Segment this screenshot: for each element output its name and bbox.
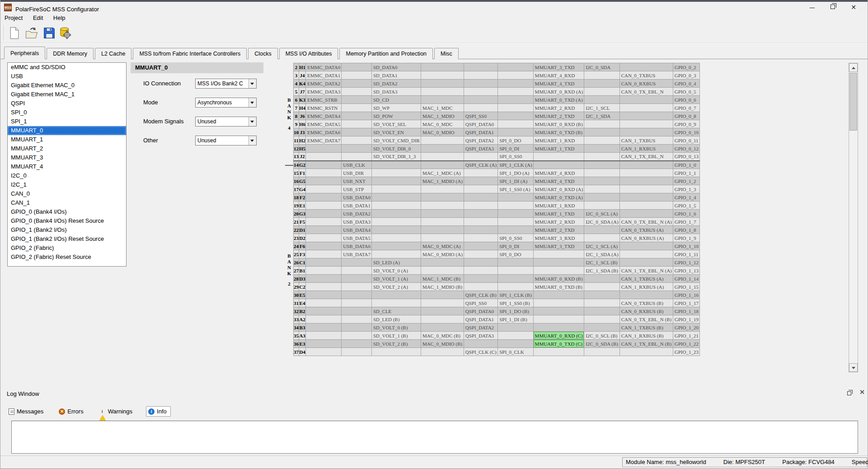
signal-cell-can[interactable]: CAN_0_TXBUS (B) — [619, 299, 673, 307]
log-close-button[interactable]: ✕ — [859, 389, 866, 396]
sidebar-item-gigabit-ethernet-mac-0[interactable]: Gigabit Ethernet MAC_0 — [8, 81, 126, 90]
signal-cell-mmuart[interactable]: MMUART_3_TXD — [533, 242, 584, 250]
signal-cell-gpio[interactable]: GPIO_0_7 — [673, 104, 699, 112]
signal-cell-can[interactable]: CAN_1_RXBUS — [619, 145, 673, 153]
signal-cell-gpio[interactable]: GPIO_1_9 — [673, 234, 699, 242]
signal-cell-gpio[interactable]: GPIO_1_22 — [673, 340, 699, 348]
sidebar-item-gpio-1-bank2-i-os-[interactable]: GPIO_1 (Bank2 I/Os) — [8, 225, 126, 234]
tab-peripherals[interactable]: Peripherals — [4, 47, 45, 59]
signal-cell-gpio[interactable]: GPIO_1_1 — [673, 169, 699, 177]
signal-cell-sd[interactable]: SD_VOLT_1 (B) — [372, 332, 421, 340]
signal-cell-mmuart[interactable]: MMUART_0_RXD (B) — [533, 120, 584, 128]
signal-cell-sd[interactable]: SD_DATA0 — [372, 63, 421, 71]
sidebar-item-gpio-1-bank2-i-os-reset-source[interactable]: GPIO_1 (Bank2 I/Os) Reset Source — [8, 234, 126, 244]
menu-project[interactable]: Project — [0, 13, 27, 23]
signal-cell-can[interactable]: CAN_1_TXBUS — [619, 136, 673, 145]
signal-cell-mmuart[interactable]: MMUART_3_TXD — [533, 63, 584, 71]
signal-cell-sd[interactable]: SD_VOLT_DIR_1_3 — [372, 153, 421, 161]
signal-cell-usb[interactable]: USB_DATA2 — [342, 210, 372, 218]
signal-cell-mac[interactable]: MAC_1_MDIO (B) — [421, 283, 464, 291]
signal-cell-usb[interactable]: USB_DATA5 — [342, 234, 372, 242]
sidebar-item-usb[interactable]: USB — [8, 72, 126, 81]
sidebar-item-i2c-1[interactable]: I2C_1 — [8, 180, 126, 189]
signal-cell-mmuart[interactable]: MMUART_2_TXD — [533, 112, 584, 120]
signal-cell-usb[interactable]: USB_NXT — [342, 177, 372, 185]
signal-cell-usb[interactable]: USB_CLK — [342, 161, 372, 169]
signal-cell-can[interactable]: CAN_1_TXBUS (B) — [619, 324, 673, 332]
signal-cell-sd[interactable]: SD_VOLT_0 (B) — [372, 324, 421, 332]
sidebar-item-gpio-2-fabric-[interactable]: GPIO_2 (Fabric) — [8, 244, 126, 253]
tab-clocks[interactable]: Clocks — [248, 48, 278, 59]
signal-cell-spi[interactable]: SPI_0_DO — [498, 136, 533, 145]
signal-cell-qspi[interactable]: QSPI_SS0 — [464, 299, 497, 307]
signal-cell-gpio[interactable]: GPIO_0_10 — [673, 128, 699, 136]
signal-cell-mac[interactable]: MAC_1_MDC — [421, 104, 464, 112]
signal-cell-can[interactable]: CAN_1_TXBUS (A) — [619, 275, 673, 283]
minimize-button[interactable] — [802, 2, 822, 13]
signal-cell-spi[interactable]: SPI_1_DI (A) — [498, 177, 533, 185]
tab-ddr-memory[interactable]: DDR Memory — [47, 48, 94, 59]
signal-cell-spi[interactable]: SPI_0_DO — [498, 250, 533, 258]
signal-cell-sd[interactable]: SD_VOLT_0 (A) — [372, 267, 421, 275]
table-vertical-scrollbar[interactable] — [849, 63, 858, 372]
signal-cell-emmc[interactable]: EMMC_DATA3 — [306, 88, 342, 96]
signal-cell-gpio[interactable]: GPIO_0_2 — [673, 63, 699, 71]
signal-cell-emmc[interactable]: EMMC_STRB — [306, 96, 342, 104]
signal-cell-gpio[interactable]: GPIO_1_20 — [673, 324, 699, 332]
signal-cell-qspi[interactable]: QSPI_CLK (B) — [464, 291, 497, 299]
signal-cell-mmuart[interactable]: MMUART_4_TXD — [533, 80, 584, 88]
sidebar-item-gpio-0-bank4-i-os-reset-source[interactable]: GPIO_0 (Bank4 I/Os) Reset Source — [8, 216, 126, 225]
signal-cell-gpio[interactable]: GPIO_1_13 — [673, 267, 699, 275]
signal-cell-mmuart[interactable]: MMUART_1_RXD — [533, 136, 584, 145]
signal-cell-can[interactable]: CAN_0_TXBUS (A) — [619, 226, 673, 234]
signal-cell-qspi[interactable]: QSPI_DATA3 — [464, 332, 497, 340]
signal-cell-usb[interactable]: USB_DATA4 — [342, 226, 372, 234]
signal-cell-usb[interactable]: USB_DATA6 — [342, 242, 372, 250]
modem-signals-select[interactable]: Unused — [195, 117, 257, 127]
combo-dropdown-button[interactable] — [249, 136, 256, 145]
signal-cell-can[interactable]: CAN_0_TX_EBL_N — [619, 88, 673, 96]
signal-cell-gpio[interactable]: GPIO_0_11 — [673, 136, 699, 145]
sidebar-item-mmuart-4[interactable]: MMUART_4 — [8, 162, 126, 171]
signal-cell-mmuart[interactable]: MMUART_0_TXD (A) — [533, 96, 584, 104]
signal-cell-qspi[interactable]: QSPI_DATA1 — [464, 315, 497, 324]
signal-cell-mac[interactable]: MAC_1_MDC (B) — [421, 275, 464, 283]
log-output-area[interactable] — [11, 421, 858, 454]
signal-cell-sd[interactable]: SD_VOLT_2 (A) — [372, 283, 421, 291]
signal-cell-mmuart[interactable]: MMUART_1_RXD — [533, 202, 584, 210]
menu-help[interactable]: Help — [49, 13, 70, 23]
signal-cell-sd[interactable]: SD_DATA1 — [372, 71, 421, 80]
signal-cell-gpio[interactable]: GPIO_1_6 — [673, 210, 699, 218]
signal-cell-sd[interactable]: SD_LED (A) — [372, 258, 421, 267]
signal-cell-mac[interactable]: MAC_1_MDIO (A) — [421, 177, 464, 185]
sidebar-item-can-1[interactable]: CAN_1 — [8, 198, 126, 207]
signal-cell-gpio[interactable]: GPIO_1_17 — [673, 299, 699, 307]
signal-cell-i2c[interactable]: I2C_0_SDA (A) — [584, 218, 619, 226]
close-button[interactable]: ✕ — [843, 2, 864, 13]
signal-cell-sd[interactable]: SD_LED (B) — [372, 315, 421, 324]
signal-cell-i2c[interactable]: I2C_1_SCL — [584, 104, 619, 112]
tab-mss-i-o-attributes[interactable]: MSS I/O Attributes — [279, 48, 338, 59]
sidebar-item-mmuart-0[interactable]: MMUART_0 — [8, 126, 126, 135]
signal-cell-emmc[interactable]: EMMC_DATA7 — [306, 136, 342, 145]
sidebar-item-gpio-0-bank4-i-os-[interactable]: GPIO_0 (Bank4 I/Os) — [8, 207, 126, 216]
signal-cell-can[interactable]: CAN_0_RXBUS (A) — [619, 234, 673, 242]
signal-cell-usb[interactable]: USB_DATA3 — [342, 218, 372, 226]
restore-button[interactable] — [822, 2, 843, 13]
signal-cell-gpio[interactable]: GPIO_0_6 — [673, 96, 699, 104]
log-tab-errors[interactable]: ✕ Errors — [57, 407, 87, 416]
sidebar-item-qspi[interactable]: QSPI — [8, 99, 126, 108]
signal-cell-mmuart[interactable]: MMUART_4_RXD — [533, 169, 584, 177]
signal-cell-emmc[interactable]: EMMC_DATA0 — [306, 63, 342, 71]
signal-cell-spi[interactable]: SPI_1_DO (B) — [498, 307, 533, 315]
signal-cell-sd[interactable]: SD_CD — [372, 96, 421, 104]
signal-cell-sd[interactable]: SD_VOLT_SEL — [372, 120, 421, 128]
signal-cell-can[interactable]: CAN_0_TX_EBL_N (A) — [619, 218, 673, 226]
io-connection-select[interactable]: MSS I/Os Bank2 C — [195, 79, 257, 89]
signal-cell-sd[interactable]: SD_WP — [372, 104, 421, 112]
signal-cell-qspi[interactable]: QSPI_DATA1 — [464, 128, 497, 136]
signal-cell-emmc[interactable]: EMMC_RSTN — [306, 104, 342, 112]
signal-cell-i2c[interactable]: I2C_1_SCL (B) — [584, 258, 619, 267]
signal-cell-mac[interactable]: MAC_0_MDIO — [421, 128, 464, 136]
signal-cell-i2c[interactable]: I2C_0_SDA (B) — [584, 340, 619, 348]
